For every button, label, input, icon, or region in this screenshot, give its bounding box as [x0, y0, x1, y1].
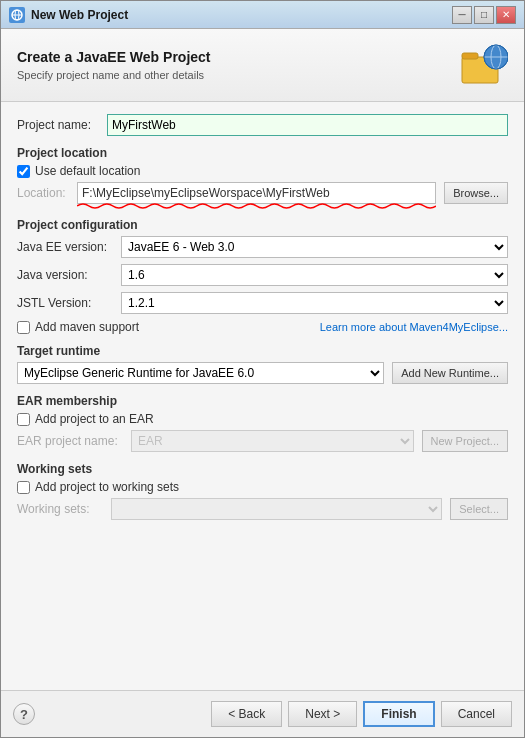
project-name-input[interactable]	[107, 114, 508, 136]
ear-project-name-select[interactable]: EAR	[131, 430, 414, 452]
use-default-location-label: Use default location	[35, 164, 140, 178]
add-to-ear-row: Add project to an EAR	[17, 412, 508, 426]
header-text: Create a JavaEE Web Project Specify proj…	[17, 49, 211, 81]
java-ee-version-label: Java EE version:	[17, 240, 117, 254]
next-button[interactable]: Next >	[288, 701, 357, 727]
target-runtime-section-label: Target runtime	[17, 344, 508, 358]
use-default-location-checkbox[interactable]	[17, 165, 30, 178]
close-button[interactable]: ✕	[496, 6, 516, 24]
main-window: New Web Project ─ □ ✕ Create a JavaEE We…	[0, 0, 525, 738]
add-to-working-sets-row: Add project to working sets	[17, 480, 508, 494]
svg-rect-4	[462, 53, 478, 59]
add-to-working-sets-label: Add project to working sets	[35, 480, 179, 494]
window-title: New Web Project	[31, 8, 446, 22]
back-button[interactable]: < Back	[211, 701, 282, 727]
finish-button[interactable]: Finish	[363, 701, 434, 727]
ear-project-name-row: EAR project name: EAR New Project...	[17, 430, 508, 452]
help-button[interactable]: ?	[13, 703, 35, 725]
java-version-select[interactable]: 1.6 1.7 1.8	[121, 264, 508, 286]
title-bar-buttons: ─ □ ✕	[452, 6, 516, 24]
add-to-working-sets-checkbox[interactable]	[17, 481, 30, 494]
runtime-row: MyEclipse Generic Runtime for JavaEE 6.0…	[17, 362, 508, 384]
browse-button[interactable]: Browse...	[444, 182, 508, 204]
location-input[interactable]	[77, 182, 436, 204]
maximize-button[interactable]: □	[474, 6, 494, 24]
use-default-location-row: Use default location	[17, 164, 508, 178]
header-subtitle: Specify project name and other details	[17, 69, 211, 81]
add-to-ear-label: Add project to an EAR	[35, 412, 154, 426]
java-version-row: Java version: 1.6 1.7 1.8	[17, 264, 508, 286]
target-runtime-select[interactable]: MyEclipse Generic Runtime for JavaEE 6.0	[17, 362, 384, 384]
window-icon	[9, 7, 25, 23]
header-banner: Create a JavaEE Web Project Specify proj…	[1, 29, 524, 102]
add-maven-support-label: Add maven support	[35, 320, 139, 334]
working-sets-select[interactable]	[111, 498, 442, 520]
cancel-button[interactable]: Cancel	[441, 701, 512, 727]
minimize-button[interactable]: ─	[452, 6, 472, 24]
jstl-version-label: JSTL Version:	[17, 296, 117, 310]
java-ee-version-row: Java EE version: JavaEE 6 - Web 3.0 Java…	[17, 236, 508, 258]
ear-project-name-label: EAR project name:	[17, 434, 127, 448]
location-input-wrap	[77, 182, 436, 204]
select-button[interactable]: Select...	[450, 498, 508, 520]
header-icon	[460, 41, 508, 89]
new-project-button[interactable]: New Project...	[422, 430, 508, 452]
project-name-row: Project name:	[17, 114, 508, 136]
working-sets-select-row: Working sets: Select...	[17, 498, 508, 520]
ear-membership-label: EAR membership	[17, 394, 508, 408]
java-version-label: Java version:	[17, 268, 117, 282]
learn-more-link[interactable]: Learn more about Maven4MyEclipse...	[320, 321, 508, 333]
footer: ? < Back Next > Finish Cancel	[1, 690, 524, 737]
add-new-runtime-button[interactable]: Add New Runtime...	[392, 362, 508, 384]
content-area: Project name: Project location Use defau…	[1, 102, 524, 690]
maven-support-row: Add maven support Learn more about Maven…	[17, 320, 508, 334]
project-configuration-label: Project configuration	[17, 218, 508, 232]
add-to-ear-checkbox[interactable]	[17, 413, 30, 426]
java-ee-version-select[interactable]: JavaEE 6 - Web 3.0 JavaEE 5 JavaEE 7	[121, 236, 508, 258]
title-bar: New Web Project ─ □ ✕	[1, 1, 524, 29]
working-sets-label: Working sets	[17, 462, 508, 476]
maven-checkbox-row: Add maven support	[17, 320, 139, 334]
project-location-label: Project location	[17, 146, 508, 160]
jstl-version-select[interactable]: 1.2.1 1.2 1.1	[121, 292, 508, 314]
add-maven-support-checkbox[interactable]	[17, 321, 30, 334]
footer-buttons: < Back Next > Finish Cancel	[211, 701, 512, 727]
header-title: Create a JavaEE Web Project	[17, 49, 211, 65]
project-name-label: Project name:	[17, 118, 107, 132]
working-sets-label2: Working sets:	[17, 502, 107, 516]
location-row: Location: Browse...	[17, 182, 508, 204]
jstl-version-row: JSTL Version: 1.2.1 1.2 1.1	[17, 292, 508, 314]
footer-left: ?	[13, 703, 35, 725]
location-label: Location:	[17, 186, 73, 200]
